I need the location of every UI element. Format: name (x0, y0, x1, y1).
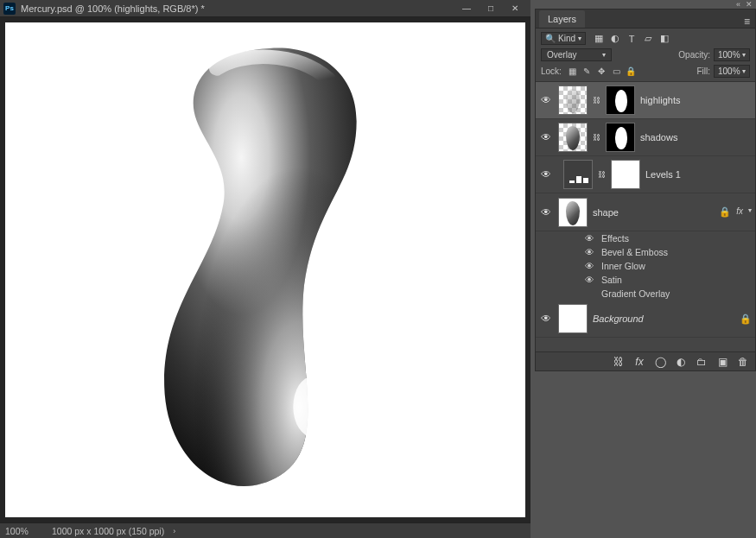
window-buttons: — □ ✕ (454, 1, 527, 16)
mask-link-icon[interactable]: ⛓ (593, 133, 600, 142)
visibility-toggle[interactable]: 👁 (539, 206, 553, 218)
layer-row-shadows[interactable]: 👁 ⛓ shadows (536, 119, 755, 156)
chevron-down-icon: ▾ (602, 51, 606, 59)
layer-row-levels[interactable]: 👁 ⛓ Levels 1 (536, 156, 755, 193)
layer-options: 🔍 Kind ▾ ▦ ◐ T ▱ ◧ Overlay ▾ Opacity: (536, 28, 755, 82)
layer-mask-thumbnail[interactable] (606, 123, 635, 152)
layer-filter-type-icons: ▦ ◐ T ▱ ◧ (593, 33, 670, 45)
layer-thumbnail[interactable] (558, 198, 588, 227)
fx-collapse-icon[interactable]: ▾ (748, 206, 752, 218)
tab-layers[interactable]: Layers (539, 10, 585, 28)
opacity-label: Opacity: (678, 50, 710, 60)
new-group-icon[interactable]: 🗀 (695, 355, 708, 369)
effect-name: Bevel & Emboss (601, 247, 668, 257)
mask-link-icon[interactable]: ⛓ (593, 96, 600, 104)
window-close-button[interactable]: ✕ (503, 1, 527, 16)
empty-panel-area (535, 371, 756, 538)
adjustment-thumbnail[interactable] (563, 160, 593, 189)
filter-smart-icon[interactable]: ◧ (658, 33, 670, 45)
layer-row-highlights[interactable]: 👁 ⛓ highlights (536, 82, 755, 119)
window-maximize-button[interactable]: □ (479, 1, 503, 16)
filter-adjustment-icon[interactable]: ◐ (609, 33, 621, 45)
filter-pixel-icon[interactable]: ▦ (593, 33, 605, 45)
document-title: Mercury.psd @ 100% (highlights, RGB/8*) … (21, 3, 454, 14)
effect-name: Inner Glow (601, 261, 645, 271)
layer-name[interactable]: highlights (640, 95, 680, 105)
layer-row-shape[interactable]: 👁 shape 🔒 fx ▾ (536, 193, 755, 231)
panel-menu-icon[interactable]: ≡ (739, 16, 755, 28)
document-info[interactable]: 1000 px x 1000 px (150 ppi) (52, 526, 164, 536)
link-layers-icon[interactable]: ⛓ (612, 355, 626, 369)
fx-badge[interactable]: fx (736, 206, 743, 218)
panel-close-icon[interactable]: ✕ (746, 0, 753, 9)
effects-label: Effects (601, 233, 629, 244)
chevron-down-icon: ▾ (742, 51, 746, 59)
layer-list[interactable]: 👁 ⛓ highlights 👁 ⛓ shadows 👁 ⛓ Levels 1 (536, 82, 755, 351)
mask-link-icon[interactable]: ⛓ (598, 170, 606, 179)
lock-label: Lock: (541, 66, 562, 76)
document-window: Ps Mercury.psd @ 100% (highlights, RGB/8… (0, 0, 530, 538)
visibility-toggle[interactable]: 👁 (539, 168, 553, 180)
blend-mode-value: Overlay (547, 50, 576, 60)
lock-transparency-icon[interactable]: ▦ (567, 66, 578, 77)
layer-thumbnail[interactable] (558, 123, 588, 152)
fill-input[interactable]: 100% ▾ (714, 65, 750, 78)
chevron-down-icon: ▾ (578, 35, 581, 42)
filter-shape-icon[interactable]: ▱ (642, 33, 654, 45)
panel-group-controls: « ✕ (535, 0, 756, 9)
layer-mask-thumbnail[interactable] (606, 85, 635, 115)
layer-style-icon[interactable]: fx (632, 355, 646, 369)
lock-icons: ▦ ✎ ✥ ▭ 🔒 (567, 66, 637, 77)
right-panel-column: « ✕ Layers ≡ 🔍 Kind ▾ ▦ ◐ T ▱ ◧ (535, 0, 756, 538)
effects-list: 👁 Effects 👁 Bevel & Emboss 👁 Inner Glow … (536, 231, 755, 301)
lock-pixels-icon[interactable]: ✎ (581, 66, 593, 77)
layer-name[interactable]: Background (593, 313, 644, 324)
delete-layer-icon[interactable]: 🗑 (736, 355, 750, 369)
effect-bevel-emboss[interactable]: 👁 Bevel & Emboss (582, 245, 755, 259)
effect-satin[interactable]: 👁 Satin (582, 273, 755, 287)
effects-header[interactable]: 👁 Effects (582, 231, 755, 245)
layer-thumbnail[interactable] (558, 85, 588, 115)
layer-name[interactable]: Levels 1 (645, 169, 681, 180)
layer-name[interactable]: shape (593, 207, 619, 218)
filter-type-icon[interactable]: T (626, 33, 638, 45)
layer-thumbnail[interactable] (558, 304, 588, 333)
new-adjustment-icon[interactable]: ◐ (674, 355, 688, 369)
document-titlebar[interactable]: Ps Mercury.psd @ 100% (highlights, RGB/8… (0, 0, 530, 17)
layers-panel: Layers ≡ 🔍 Kind ▾ ▦ ◐ T ▱ ◧ (535, 9, 756, 371)
add-mask-icon[interactable]: ◯ (653, 355, 667, 369)
visibility-toggle[interactable]: 👁 (539, 94, 553, 106)
effect-inner-glow[interactable]: 👁 Inner Glow (582, 259, 755, 273)
panel-collapse-icon[interactable]: « (736, 0, 740, 9)
visibility-toggle[interactable]: 👁 (582, 247, 596, 257)
blend-mode-select[interactable]: Overlay ▾ (541, 48, 612, 61)
canvas-area[interactable] (0, 17, 530, 522)
lock-position-icon[interactable]: ✥ (596, 66, 607, 77)
visibility-toggle[interactable]: 👁 (539, 131, 553, 143)
fill-label: Fill: (696, 66, 710, 76)
lock-indicator-icon: 🔒 (719, 206, 731, 218)
layer-row-background[interactable]: 👁 Background 🔒 (536, 301, 755, 338)
zoom-level[interactable]: 100% (5, 526, 43, 536)
app-icon: Ps (3, 3, 16, 15)
visibility-toggle[interactable]: 👁 (582, 275, 596, 285)
status-chevron-icon[interactable]: › (173, 527, 175, 535)
mercury-shape (151, 42, 370, 488)
lock-all-icon[interactable]: 🔒 (626, 66, 637, 77)
visibility-toggle[interactable]: 👁 (582, 261, 596, 271)
canvas[interactable] (5, 22, 525, 517)
layer-name[interactable]: shadows (640, 132, 677, 142)
effect-gradient-overlay[interactable]: 👁 Gradient Overlay (582, 287, 755, 301)
lock-artboard-icon[interactable]: ▭ (611, 66, 622, 77)
visibility-toggle[interactable]: 👁 (582, 233, 596, 244)
layer-mask-thumbnail[interactable] (611, 160, 640, 189)
layer-filter-kind-select[interactable]: 🔍 Kind ▾ (541, 32, 586, 45)
filter-kind-label: Kind (558, 34, 575, 43)
fill-value: 100% (718, 66, 740, 76)
window-minimize-button[interactable]: — (454, 1, 479, 16)
layers-panel-footer: ⛓ fx ◯ ◐ 🗀 ▣ 🗑 (536, 351, 755, 370)
new-layer-icon[interactable]: ▣ (715, 355, 729, 369)
opacity-input[interactable]: 100% ▾ (714, 48, 750, 61)
document-statusbar: 100% 1000 px x 1000 px (150 ppi) › (0, 522, 530, 538)
visibility-toggle[interactable]: 👁 (539, 313, 553, 325)
